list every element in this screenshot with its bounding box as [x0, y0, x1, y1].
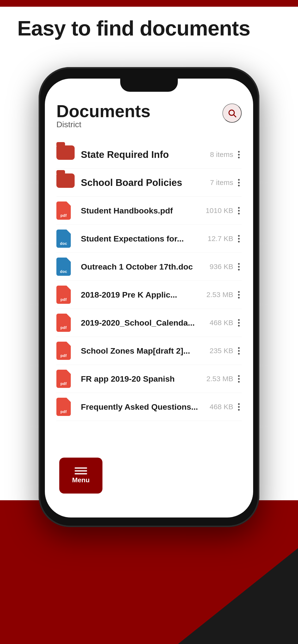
pdf-icon: pdf [56, 370, 75, 388]
more-options-button[interactable] [236, 289, 242, 300]
item-info: Frequently Asked Questions... [81, 402, 206, 412]
phone-mockup: Documents District State Required Info [39, 67, 259, 527]
item-meta: 235 KB [210, 347, 233, 355]
item-actions: 936 KB [210, 261, 242, 272]
documents-title-block: Documents District [56, 102, 151, 139]
item-name: Frequently Asked Questions... [81, 402, 206, 412]
folder-icon [56, 174, 75, 192]
item-info: Student Expectations for... [81, 234, 204, 244]
item-name: 2018-2019 Pre K Applic... [81, 290, 203, 300]
more-options-button[interactable] [236, 373, 242, 384]
item-meta: 1010 KB [206, 206, 233, 215]
item-meta: 468 KB [210, 403, 233, 411]
documents-title: Documents [56, 102, 151, 120]
folder-icon [56, 146, 75, 164]
item-info: 2018-2019 Pre K Applic... [81, 290, 203, 300]
list-item[interactable]: doc Outreach 1 October 17th.doc 936 KB [56, 253, 242, 281]
item-name: School Board Policies [81, 177, 206, 188]
item-meta: 936 KB [210, 262, 233, 271]
item-actions: 235 KB [210, 345, 242, 356]
item-name: Student Expectations for... [81, 234, 204, 244]
item-info: State Required Info [81, 149, 206, 160]
documents-subtitle: District [56, 120, 151, 129]
pdf-icon: pdf [56, 202, 75, 220]
more-options-button[interactable] [236, 233, 242, 244]
doc-icon: doc [56, 230, 75, 248]
item-meta: 7 items [210, 178, 233, 187]
list-item[interactable]: doc Student Expectations for... 12.7 KB [56, 225, 242, 253]
item-info: School Zones Map[draft 2]... [81, 346, 206, 356]
menu-button[interactable]: Menu [59, 458, 102, 494]
more-options-button[interactable] [236, 205, 242, 216]
more-options-button[interactable] [236, 177, 242, 188]
phone-screen: Documents District State Required Info [45, 78, 253, 518]
bottom-black-shape [178, 548, 298, 644]
list-item[interactable]: School Board Policies 7 items [56, 169, 242, 197]
item-meta: 12.7 KB [208, 234, 233, 243]
top-status-bar [0, 0, 298, 7]
menu-label: Menu [72, 476, 89, 484]
list-item[interactable]: pdf FR app 2019-20 Spanish 2.53 MB [56, 365, 242, 393]
item-meta: 468 KB [210, 319, 233, 327]
pdf-icon: pdf [56, 314, 75, 332]
svg-line-1 [234, 115, 236, 117]
list-item[interactable]: pdf 2018-2019 Pre K Applic... 2.53 MB [56, 281, 242, 309]
list-item[interactable]: pdf School Zones Map[draft 2]... 235 KB [56, 337, 242, 365]
list-item[interactable]: State Required Info 8 items [56, 141, 242, 169]
item-name: Outreach 1 October 17th.doc [81, 262, 206, 272]
item-actions: 1010 KB [206, 205, 242, 216]
list-item[interactable]: pdf 2019-2020_School_Calenda... 468 KB [56, 309, 242, 337]
item-actions: 468 KB [210, 317, 242, 328]
more-options-button[interactable] [236, 149, 242, 160]
more-options-button[interactable] [236, 345, 242, 356]
pdf-icon: pdf [56, 286, 75, 304]
item-info: School Board Policies [81, 177, 206, 188]
item-actions: 12.7 KB [208, 233, 242, 244]
menu-icon [75, 468, 87, 474]
item-info: Student Handbooks.pdf [81, 206, 202, 216]
pdf-icon: pdf [56, 342, 75, 360]
search-icon [227, 108, 237, 118]
list-item[interactable]: pdf Student Handbooks.pdf 1010 KB [56, 197, 242, 225]
item-actions: 7 items [210, 177, 242, 188]
item-name: Student Handbooks.pdf [81, 206, 202, 216]
screen-content: Documents District State Required Info [45, 95, 253, 518]
documents-header: Documents District [56, 102, 242, 139]
item-name: State Required Info [81, 149, 206, 160]
item-name: FR app 2019-20 Spanish [81, 374, 203, 384]
more-options-button[interactable] [236, 401, 242, 412]
item-name: School Zones Map[draft 2]... [81, 346, 206, 356]
pdf-icon: pdf [56, 398, 75, 416]
documents-list: State Required Info 8 items School Board… [56, 141, 242, 421]
phone-notch [120, 78, 178, 92]
item-actions: 468 KB [210, 401, 242, 412]
item-actions: 2.53 MB [206, 289, 242, 300]
item-info: 2019-2020_School_Calenda... [81, 318, 206, 328]
item-actions: 2.53 MB [206, 373, 242, 384]
item-info: Outreach 1 October 17th.doc [81, 262, 206, 272]
more-options-button[interactable] [236, 317, 242, 328]
item-meta: 8 items [210, 150, 233, 158]
item-meta: 2.53 MB [206, 290, 233, 299]
item-name: 2019-2020_School_Calenda... [81, 318, 206, 328]
list-item[interactable]: pdf Frequently Asked Questions... 468 KB [56, 393, 242, 421]
search-button[interactable] [222, 104, 242, 123]
item-info: FR app 2019-20 Spanish [81, 374, 203, 384]
page-headline: Easy to find documents [17, 17, 250, 40]
doc-icon: doc [56, 258, 75, 276]
item-meta: 2.53 MB [206, 375, 233, 383]
more-options-button[interactable] [236, 261, 242, 272]
item-actions: 8 items [210, 149, 242, 160]
